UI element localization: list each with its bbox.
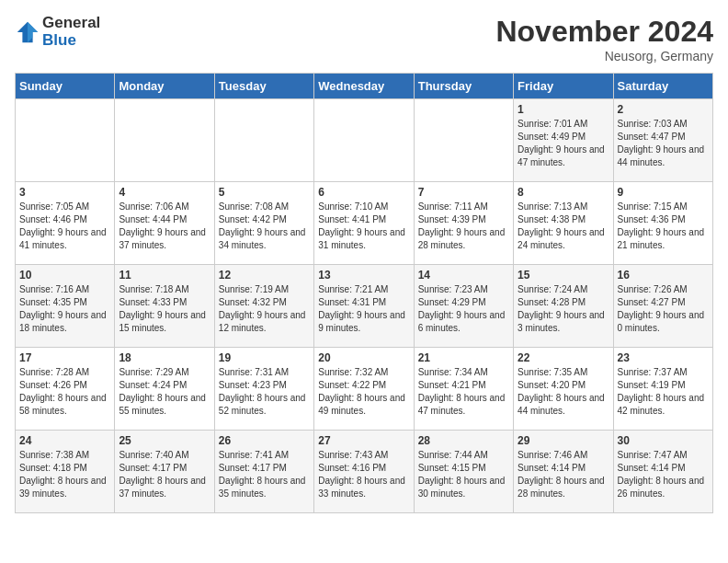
day-number: 12 xyxy=(219,269,310,282)
day-info: Sunrise: 7:43 AM Sunset: 4:16 PM Dayligh… xyxy=(318,449,409,500)
col-saturday: Saturday xyxy=(613,74,712,99)
day-info: Sunrise: 7:21 AM Sunset: 4:31 PM Dayligh… xyxy=(318,283,409,335)
day-number: 24 xyxy=(19,434,110,447)
day-number: 21 xyxy=(418,351,509,364)
month-title: November 2024 xyxy=(495,15,713,49)
logo-text: General Blue xyxy=(42,15,100,49)
table-cell: 27Sunrise: 7:43 AM Sunset: 4:16 PM Dayli… xyxy=(314,431,414,513)
col-monday: Monday xyxy=(115,74,214,99)
day-info: Sunrise: 7:24 AM Sunset: 4:28 PM Dayligh… xyxy=(518,283,609,335)
table-cell: 26Sunrise: 7:41 AM Sunset: 4:17 PM Dayli… xyxy=(214,431,313,513)
table-cell xyxy=(115,99,214,182)
day-info: Sunrise: 7:13 AM Sunset: 4:38 PM Dayligh… xyxy=(518,201,609,252)
day-info: Sunrise: 7:10 AM Sunset: 4:41 PM Dayligh… xyxy=(318,201,409,252)
week-row-1: 3Sunrise: 7:05 AM Sunset: 4:46 PM Daylig… xyxy=(16,182,713,265)
day-info: Sunrise: 7:37 AM Sunset: 4:19 PM Dayligh… xyxy=(618,366,709,418)
table-cell: 30Sunrise: 7:47 AM Sunset: 4:14 PM Dayli… xyxy=(613,431,712,513)
table-cell xyxy=(314,99,414,182)
calendar-table: Sunday Monday Tuesday Wednesday Thursday… xyxy=(15,73,713,513)
table-cell: 9Sunrise: 7:15 AM Sunset: 4:36 PM Daylig… xyxy=(613,182,712,265)
day-number: 17 xyxy=(19,351,110,364)
table-cell: 2Sunrise: 7:03 AM Sunset: 4:47 PM Daylig… xyxy=(613,99,712,182)
day-info: Sunrise: 7:08 AM Sunset: 4:42 PM Dayligh… xyxy=(219,201,310,252)
day-number: 18 xyxy=(119,351,210,364)
week-row-4: 24Sunrise: 7:38 AM Sunset: 4:18 PM Dayli… xyxy=(16,431,713,513)
day-number: 5 xyxy=(219,186,310,199)
week-row-2: 10Sunrise: 7:16 AM Sunset: 4:35 PM Dayli… xyxy=(16,265,713,348)
table-cell: 3Sunrise: 7:05 AM Sunset: 4:46 PM Daylig… xyxy=(16,182,115,265)
table-cell: 24Sunrise: 7:38 AM Sunset: 4:18 PM Dayli… xyxy=(16,431,115,513)
week-row-3: 17Sunrise: 7:28 AM Sunset: 4:26 PM Dayli… xyxy=(16,348,713,431)
day-info: Sunrise: 7:19 AM Sunset: 4:32 PM Dayligh… xyxy=(219,283,310,335)
table-cell: 10Sunrise: 7:16 AM Sunset: 4:35 PM Dayli… xyxy=(16,265,115,348)
day-number: 25 xyxy=(119,434,210,447)
location: Neusorg, Germany xyxy=(495,49,713,63)
day-number: 20 xyxy=(318,351,409,364)
table-cell xyxy=(414,99,513,182)
table-cell: 11Sunrise: 7:18 AM Sunset: 4:33 PM Dayli… xyxy=(115,265,214,348)
table-cell: 28Sunrise: 7:44 AM Sunset: 4:15 PM Dayli… xyxy=(414,431,513,513)
day-number: 6 xyxy=(318,186,409,199)
day-info: Sunrise: 7:29 AM Sunset: 4:24 PM Dayligh… xyxy=(119,366,210,418)
day-info: Sunrise: 7:41 AM Sunset: 4:17 PM Dayligh… xyxy=(219,449,310,500)
day-info: Sunrise: 7:46 AM Sunset: 4:14 PM Dayligh… xyxy=(518,449,609,500)
day-number: 15 xyxy=(518,269,609,282)
day-info: Sunrise: 7:40 AM Sunset: 4:17 PM Dayligh… xyxy=(119,449,210,500)
day-info: Sunrise: 7:26 AM Sunset: 4:27 PM Dayligh… xyxy=(618,283,709,335)
table-cell: 1Sunrise: 7:01 AM Sunset: 4:49 PM Daylig… xyxy=(514,99,613,182)
table-cell: 5Sunrise: 7:08 AM Sunset: 4:42 PM Daylig… xyxy=(214,182,313,265)
day-number: 23 xyxy=(618,351,709,364)
day-info: Sunrise: 7:47 AM Sunset: 4:14 PM Dayligh… xyxy=(618,449,709,500)
table-cell: 25Sunrise: 7:40 AM Sunset: 4:17 PM Dayli… xyxy=(115,431,214,513)
day-number: 10 xyxy=(19,269,110,282)
day-info: Sunrise: 7:32 AM Sunset: 4:22 PM Dayligh… xyxy=(318,366,409,418)
day-info: Sunrise: 7:15 AM Sunset: 4:36 PM Dayligh… xyxy=(618,201,709,252)
day-info: Sunrise: 7:11 AM Sunset: 4:39 PM Dayligh… xyxy=(418,201,509,252)
table-cell: 20Sunrise: 7:32 AM Sunset: 4:22 PM Dayli… xyxy=(314,348,414,431)
table-cell: 8Sunrise: 7:13 AM Sunset: 4:38 PM Daylig… xyxy=(514,182,613,265)
table-cell: 14Sunrise: 7:23 AM Sunset: 4:29 PM Dayli… xyxy=(414,265,513,348)
page-header: General Blue November 2024 Neusorg, Germ… xyxy=(15,15,713,63)
day-number: 4 xyxy=(119,186,210,199)
table-cell xyxy=(214,99,313,182)
logo-icon xyxy=(15,19,40,45)
col-tuesday: Tuesday xyxy=(214,74,313,99)
day-info: Sunrise: 7:28 AM Sunset: 4:26 PM Dayligh… xyxy=(19,366,110,418)
day-number: 3 xyxy=(19,186,110,199)
day-info: Sunrise: 7:01 AM Sunset: 4:49 PM Dayligh… xyxy=(518,118,609,169)
day-number: 19 xyxy=(219,351,310,364)
day-number: 2 xyxy=(618,103,709,116)
day-number: 1 xyxy=(518,103,609,116)
day-number: 22 xyxy=(518,351,609,364)
day-info: Sunrise: 7:16 AM Sunset: 4:35 PM Dayligh… xyxy=(19,283,110,335)
day-info: Sunrise: 7:31 AM Sunset: 4:23 PM Dayligh… xyxy=(219,366,310,418)
day-number: 9 xyxy=(618,186,709,199)
day-info: Sunrise: 7:44 AM Sunset: 4:15 PM Dayligh… xyxy=(418,449,509,500)
day-info: Sunrise: 7:03 AM Sunset: 4:47 PM Dayligh… xyxy=(618,118,709,169)
title-block: November 2024 Neusorg, Germany xyxy=(495,15,713,63)
table-cell: 18Sunrise: 7:29 AM Sunset: 4:24 PM Dayli… xyxy=(115,348,214,431)
col-sunday: Sunday xyxy=(16,74,115,99)
table-cell: 22Sunrise: 7:35 AM Sunset: 4:20 PM Dayli… xyxy=(514,348,613,431)
table-cell: 17Sunrise: 7:28 AM Sunset: 4:26 PM Dayli… xyxy=(16,348,115,431)
col-friday: Friday xyxy=(514,74,613,99)
day-number: 27 xyxy=(318,434,409,447)
table-cell: 21Sunrise: 7:34 AM Sunset: 4:21 PM Dayli… xyxy=(414,348,513,431)
day-info: Sunrise: 7:23 AM Sunset: 4:29 PM Dayligh… xyxy=(418,283,509,335)
day-info: Sunrise: 7:18 AM Sunset: 4:33 PM Dayligh… xyxy=(119,283,210,335)
table-cell: 4Sunrise: 7:06 AM Sunset: 4:44 PM Daylig… xyxy=(115,182,214,265)
day-number: 30 xyxy=(618,434,709,447)
day-number: 7 xyxy=(418,186,509,199)
day-info: Sunrise: 7:06 AM Sunset: 4:44 PM Dayligh… xyxy=(119,201,210,252)
col-thursday: Thursday xyxy=(414,74,513,99)
day-number: 26 xyxy=(219,434,310,447)
day-number: 8 xyxy=(518,186,609,199)
week-row-0: 1Sunrise: 7:01 AM Sunset: 4:49 PM Daylig… xyxy=(16,99,713,182)
table-cell: 13Sunrise: 7:21 AM Sunset: 4:31 PM Dayli… xyxy=(314,265,414,348)
day-number: 11 xyxy=(119,269,210,282)
calendar-header-row: Sunday Monday Tuesday Wednesday Thursday… xyxy=(16,74,713,99)
day-info: Sunrise: 7:05 AM Sunset: 4:46 PM Dayligh… xyxy=(19,201,110,252)
table-cell: 7Sunrise: 7:11 AM Sunset: 4:39 PM Daylig… xyxy=(414,182,513,265)
day-info: Sunrise: 7:34 AM Sunset: 4:21 PM Dayligh… xyxy=(418,366,509,418)
day-info: Sunrise: 7:35 AM Sunset: 4:20 PM Dayligh… xyxy=(518,366,609,418)
